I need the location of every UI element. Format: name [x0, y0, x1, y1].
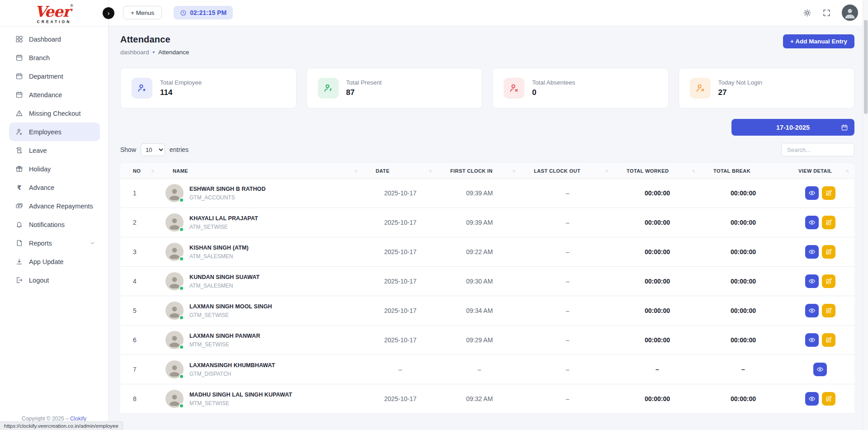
copyright: Copyright © 2025 – Clokify: [0, 416, 108, 422]
sort-icon[interactable]: ↑↓: [692, 168, 694, 173]
column-header[interactable]: LAST CLOCK OUT ↑↓: [521, 168, 614, 174]
sort-icon[interactable]: ↑↓: [429, 168, 431, 173]
column-header[interactable]: TOTAL BREAK: [701, 168, 786, 174]
search-input[interactable]: [781, 143, 854, 156]
employee-cell: KISHAN SINGH (ATM) ATM_SALESMEN: [160, 243, 363, 261]
column-label: LAST CLOCK OUT: [534, 168, 580, 174]
sidebar-item-holiday[interactable]: Holiday: [9, 160, 100, 178]
view-detail-button[interactable]: [805, 392, 819, 406]
column-header[interactable]: NO ↑↓: [120, 168, 160, 174]
sidebar-item-label: Notifications: [29, 221, 65, 228]
sort-icon[interactable]: ↑↓: [845, 168, 848, 173]
sidebar-item-label: Advance: [29, 184, 54, 191]
sidebar: Veer® CREATION Dashboard Branch Departme…: [0, 0, 108, 430]
date-picker-button[interactable]: 17-10-2025: [731, 119, 854, 136]
scrollbar-thumb[interactable]: [864, 20, 868, 114]
actions-cell: [786, 304, 854, 317]
eye-icon: [808, 189, 816, 197]
sidebar-item-advance-repayments[interactable]: Advance Repayments: [9, 197, 100, 215]
view-detail-button[interactable]: [805, 333, 819, 347]
registered-mark: ®: [70, 4, 73, 8]
view-detail-button[interactable]: [805, 216, 819, 229]
sidebar-item-app-update[interactable]: App Update: [9, 252, 100, 271]
sort-icon[interactable]: ↑↓: [512, 168, 515, 173]
warning-icon: [15, 109, 23, 117]
stat-card-total-absentees: Total Absentees 0: [492, 68, 669, 109]
view-detail-button[interactable]: [805, 186, 819, 200]
sort-icon[interactable]: ↑↓: [151, 168, 154, 173]
sidebar-item-branch[interactable]: Branch: [9, 48, 100, 67]
report-icon: [15, 239, 23, 247]
date-cell: 2025-10-17: [363, 248, 438, 255]
sidebar-item-department[interactable]: Department: [9, 67, 100, 85]
column-header[interactable]: TOTAL WORKED ↑↓: [614, 168, 701, 174]
view-detail-button[interactable]: [805, 274, 819, 288]
menus-button[interactable]: + Menus: [123, 6, 162, 19]
employee-cell: ESHWAR SINGH B RATHOD GTM_ACCOUNTS: [160, 184, 363, 202]
sidebar-item-notifications[interactable]: Notifications: [9, 215, 100, 234]
row-number: 1: [120, 189, 160, 197]
date-cell: –: [363, 366, 438, 373]
sidebar-item-reports[interactable]: Reports: [9, 234, 100, 252]
actions-cell: [786, 274, 854, 288]
sidebar-item-employees[interactable]: Employees: [9, 123, 100, 141]
sidebar-item-leave[interactable]: Leave: [9, 141, 100, 160]
fullscreen-button[interactable]: [822, 9, 831, 17]
sort-icon[interactable]: ↑↓: [605, 168, 608, 173]
brand-logo[interactable]: Veer® CREATION: [35, 2, 73, 24]
edit-entry-button[interactable]: [822, 392, 835, 406]
sidebar-item-attendance[interactable]: Attendance: [9, 85, 100, 104]
eye-icon: [808, 395, 816, 402]
sidebar-item-missing-checkout[interactable]: Missing Checkout: [9, 104, 100, 123]
theme-toggle-button[interactable]: [803, 9, 811, 17]
column-header[interactable]: DATE ↑↓: [363, 168, 438, 174]
page-size-select[interactable]: 10: [141, 143, 165, 156]
edit-entry-button[interactable]: [822, 274, 835, 288]
sidebar-nav: Dashboard Branch Department Attendance M…: [0, 30, 108, 430]
sidebar-item-label: Employees: [29, 128, 61, 136]
edit-entry-button[interactable]: [822, 304, 835, 317]
add-manual-entry-button[interactable]: + Add Manual Entry: [783, 34, 854, 48]
edit-entry-button[interactable]: [822, 186, 835, 200]
stat-value: 114: [160, 88, 202, 97]
view-detail-button[interactable]: [805, 304, 819, 317]
total-worked-cell: 00:00:00: [614, 278, 701, 285]
date-cell: 2025-10-17: [363, 219, 438, 226]
breadcrumb-dashboard[interactable]: dashboard: [120, 49, 149, 56]
last-clock-out-cell: –: [521, 336, 614, 344]
sidebar-item-logout[interactable]: Logout: [9, 271, 100, 289]
employee-cell: LAXMANSINGH KHUMBHAWAT GTM_DISPATCH: [160, 360, 363, 378]
column-header[interactable]: FIRST CLOCK IN ↑↓: [438, 168, 521, 174]
total-break-cell: 00:00:00: [701, 395, 786, 402]
selected-date: 17-10-2025: [776, 124, 810, 131]
page-scrollbar[interactable]: [863, 0, 868, 430]
employee-cell: KUNDAN SINGH SUAWAT ATM_SALESMEN: [160, 272, 363, 290]
view-detail-button[interactable]: [813, 363, 827, 376]
column-header[interactable]: VIEW DETAIL ↑↓: [786, 168, 854, 174]
clock-icon: [180, 9, 187, 16]
online-status-dot: [179, 315, 184, 320]
last-clock-out-cell: –: [521, 278, 614, 285]
avatar: [165, 243, 184, 261]
user-avatar[interactable]: [842, 5, 858, 21]
calendar-icon: [841, 124, 848, 131]
edit-entry-button[interactable]: [822, 245, 835, 259]
sidebar-item-dashboard[interactable]: Dashboard: [9, 30, 100, 48]
employee-cell: MADHU SINGH LAL SINGH KUPAWAT MTM_SETWIS…: [160, 390, 363, 408]
copyright-link[interactable]: Clokify: [70, 416, 86, 422]
cards-icon: [15, 202, 23, 210]
edit-entry-button[interactable]: [822, 216, 835, 229]
row-number: 8: [120, 395, 160, 402]
sidebar-item-advance[interactable]: ₹ Advance: [9, 178, 100, 197]
entries-label: entries: [170, 146, 189, 153]
total-worked-cell: 00:00:00: [614, 219, 701, 226]
sort-icon[interactable]: ↑↓: [354, 168, 357, 173]
column-header[interactable]: NAME ↑↓: [160, 168, 363, 174]
sidebar-collapse-button[interactable]: ›: [103, 7, 114, 19]
main-area: + Menus 02:21:15 PM Attendance: [108, 0, 868, 430]
brand-subtitle: CREATION: [35, 20, 73, 24]
row-number: 6: [120, 336, 160, 344]
view-detail-button[interactable]: [805, 245, 819, 259]
pencil-icon: [825, 278, 832, 285]
edit-entry-button[interactable]: [822, 333, 835, 347]
